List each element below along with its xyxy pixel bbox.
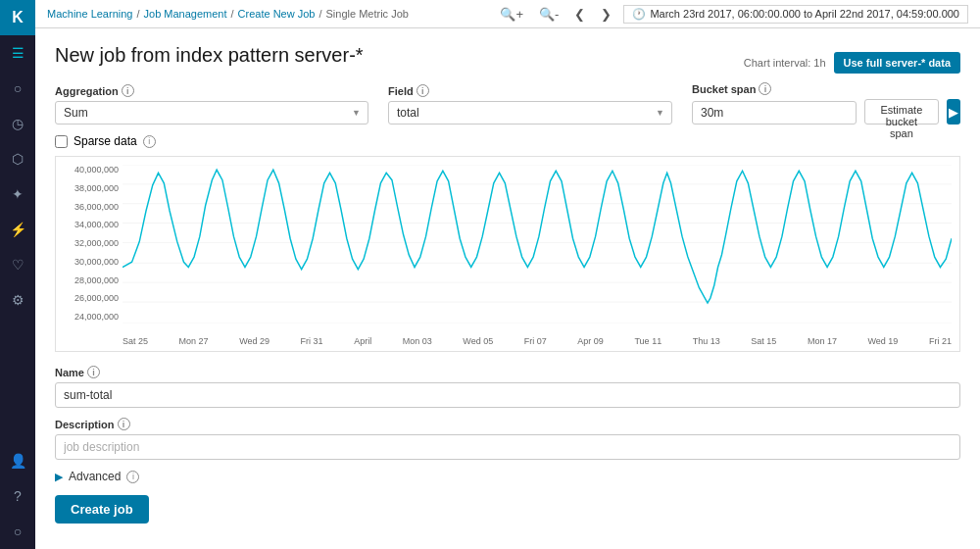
main-area: Machine Learning / Job Management / Crea… xyxy=(35,0,980,549)
calendar-icon: 🕐 xyxy=(632,8,646,21)
sidebar-icon-ml[interactable]: ⚡ xyxy=(0,212,35,247)
x-label-1: Mon 27 xyxy=(179,336,209,346)
y-axis: 40,000,000 38,000,000 36,000,000 34,000,… xyxy=(56,157,122,322)
aggregation-select-wrapper: Sum Average Count Max Min xyxy=(55,101,368,125)
chart-svg xyxy=(122,165,952,324)
zoom-out-icon[interactable]: 🔍- xyxy=(535,5,563,24)
sparse-data-checkbox[interactable] xyxy=(55,135,68,148)
breadcrumb: Machine Learning / Job Management / Crea… xyxy=(47,8,496,20)
sidebar-icon-collapse[interactable]: ○ xyxy=(0,514,35,549)
sidebar-icon-timelion[interactable]: ✦ xyxy=(0,176,35,212)
aggregation-select[interactable]: Sum Average Count Max Min xyxy=(55,101,368,125)
x-label-7: Fri 07 xyxy=(524,336,547,346)
sidebar: K ☰ ○ ◷ ⬡ ✦ ⚡ ♡ ⚙ 👤 ? ○ xyxy=(0,0,35,549)
x-label-13: Wed 19 xyxy=(867,336,898,346)
field-label: Field i xyxy=(388,84,672,97)
description-info-icon[interactable]: i xyxy=(118,418,130,430)
sidebar-icon-discover[interactable]: ○ xyxy=(0,71,35,106)
name-label: Name i xyxy=(55,366,960,378)
name-field-group: Name i xyxy=(55,366,960,408)
sidebar-icon-settings[interactable]: ⚙ xyxy=(0,282,35,318)
bucket-span-label: Bucket span i xyxy=(692,82,960,95)
advanced-toggle[interactable]: ▶ xyxy=(55,471,63,483)
date-range-text: March 23rd 2017, 06:00:00.000 to April 2… xyxy=(650,8,959,20)
y-label-7: 26,000,000 xyxy=(56,293,119,303)
description-field-group: Description i xyxy=(55,418,960,460)
page-title: New job from index pattern server-* xyxy=(55,44,364,67)
description-label: Description i xyxy=(55,418,960,430)
x-label-4: April xyxy=(354,336,371,346)
y-label-3: 34,000,000 xyxy=(56,220,119,229)
run-button[interactable]: ▶ xyxy=(947,99,960,125)
estimate-bucket-span-button[interactable]: Estimate bucket span xyxy=(864,99,939,125)
sidebar-icon-help[interactable]: ? xyxy=(0,478,35,514)
sparse-data-label: Sparse data xyxy=(74,134,137,148)
sparse-data-info-icon[interactable]: i xyxy=(143,135,156,148)
nav-left-icon[interactable]: ❮ xyxy=(570,5,589,24)
x-label-11: Sat 15 xyxy=(751,336,776,346)
field-select-wrapper: total bytes requests xyxy=(388,101,672,125)
bucket-span-controls: Estimate bucket span ▶ xyxy=(692,99,960,125)
y-label-4: 32,000,000 xyxy=(56,238,119,248)
aggregation-group: Aggregation i Sum Average Count Max Min xyxy=(55,84,368,125)
breadcrumb-job-management[interactable]: Job Management xyxy=(144,8,227,20)
y-label-1: 38,000,000 xyxy=(56,183,119,193)
y-label-2: 36,000,000 xyxy=(56,202,119,212)
name-info-icon[interactable]: i xyxy=(87,366,100,378)
x-label-14: Fri 21 xyxy=(929,336,952,346)
x-label-8: Apr 09 xyxy=(577,336,604,346)
x-label-9: Tue 11 xyxy=(634,336,662,346)
x-label-0: Sat 25 xyxy=(122,336,148,346)
field-group: Field i total bytes requests xyxy=(388,84,672,125)
advanced-info-icon[interactable]: i xyxy=(126,471,139,483)
y-label-5: 30,000,000 xyxy=(56,257,119,267)
bucket-span-info-icon[interactable]: i xyxy=(759,82,771,95)
x-label-2: Wed 29 xyxy=(239,336,270,346)
advanced-label: Advanced xyxy=(69,470,121,483)
chart-interval-label: Chart interval: 1h xyxy=(744,57,826,69)
y-label-0: 40,000,000 xyxy=(56,165,119,175)
aggregation-label: Aggregation i xyxy=(55,84,368,97)
x-label-6: Wed 05 xyxy=(463,336,493,346)
advanced-row: ▶ Advanced i xyxy=(55,470,960,483)
aggregation-info-icon[interactable]: i xyxy=(122,84,134,97)
x-label-5: Mon 03 xyxy=(403,336,432,346)
breadcrumb-create-job[interactable]: Create New Job xyxy=(238,8,316,20)
name-input[interactable] xyxy=(55,382,960,408)
sidebar-icon-dashboard[interactable]: ⬡ xyxy=(0,141,35,176)
date-range[interactable]: 🕐 March 23rd 2017, 06:00:00.000 to April… xyxy=(623,5,968,24)
x-label-12: Mon 17 xyxy=(808,336,837,346)
zoom-in-icon[interactable]: 🔍+ xyxy=(496,5,527,24)
field-info-icon[interactable]: i xyxy=(416,84,429,97)
bucket-span-group: Bucket span i Estimate bucket span ▶ xyxy=(692,82,960,125)
content-area: New job from index pattern server-* Char… xyxy=(35,28,980,549)
sidebar-icon-user[interactable]: 👤 xyxy=(0,443,35,478)
topbar: Machine Learning / Job Management / Crea… xyxy=(35,0,980,28)
sidebar-icon-menu[interactable]: ☰ xyxy=(0,35,35,71)
y-label-6: 28,000,000 xyxy=(56,275,119,285)
use-full-data-button[interactable]: Use full server-* data xyxy=(834,52,960,74)
nav-right-icon[interactable]: ❯ xyxy=(597,5,615,24)
breadcrumb-ml[interactable]: Machine Learning xyxy=(47,8,132,20)
chart-container: 40,000,000 38,000,000 36,000,000 34,000,… xyxy=(55,156,960,352)
field-select[interactable]: total bytes requests xyxy=(388,101,672,125)
bucket-span-input[interactable] xyxy=(692,101,857,125)
x-label-3: Fri 31 xyxy=(301,336,323,346)
sidebar-logo[interactable]: K xyxy=(0,0,35,35)
sidebar-icon-monitoring[interactable]: ♡ xyxy=(0,247,35,282)
x-axis: Sat 25 Mon 27 Wed 29 Fri 31 April Mon 03… xyxy=(122,331,952,351)
sidebar-icon-visualize[interactable]: ◷ xyxy=(0,106,35,141)
breadcrumb-current: Single Metric Job xyxy=(326,8,409,20)
create-job-button[interactable]: Create job xyxy=(55,495,149,524)
form-row: Aggregation i Sum Average Count Max Min xyxy=(55,82,960,125)
topbar-right: 🔍+ 🔍- ❮ ❯ 🕐 March 23rd 2017, 06:00:00.00… xyxy=(496,5,968,24)
description-input[interactable] xyxy=(55,434,960,460)
sparse-data-row: Sparse data i xyxy=(55,134,960,148)
y-label-8: 24,000,000 xyxy=(56,312,119,322)
x-label-10: Thu 13 xyxy=(693,336,720,346)
